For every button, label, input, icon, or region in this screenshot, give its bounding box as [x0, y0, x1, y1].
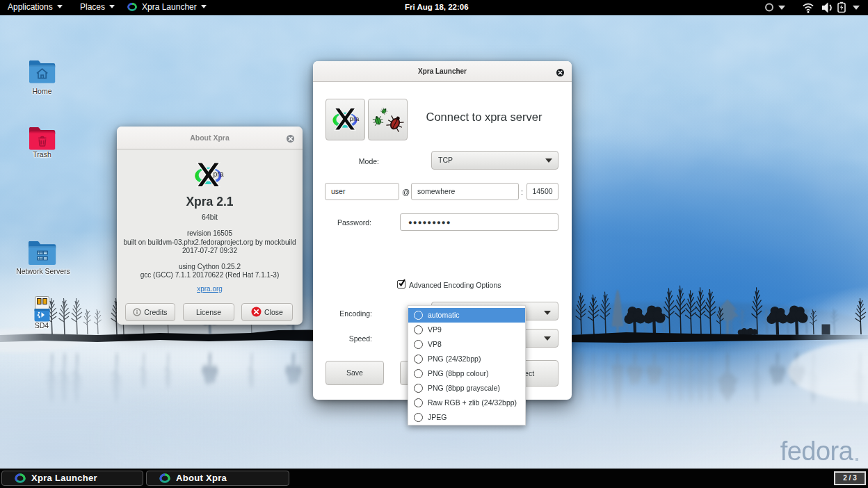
svg-text:fedora: fedora — [780, 437, 854, 466]
